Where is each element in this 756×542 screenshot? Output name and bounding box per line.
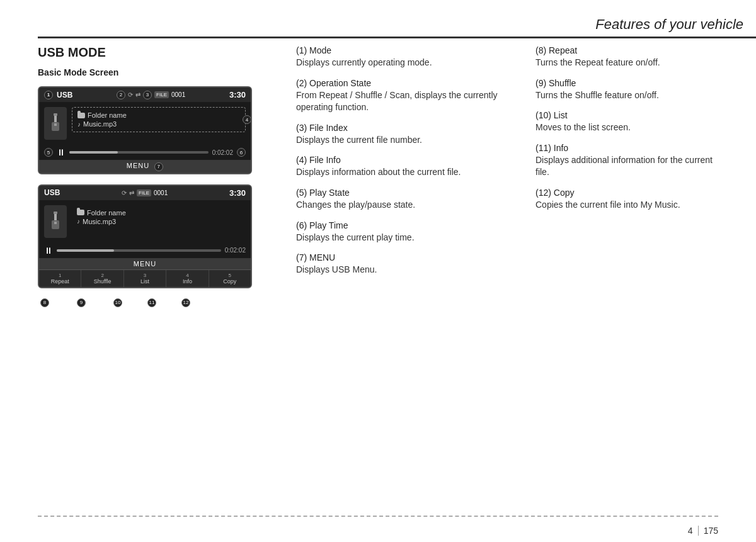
header-title: Features of your vehicle (595, 16, 743, 33)
screen2-center-icons: ⟳ ⇄ FILE 0001 (122, 189, 168, 196)
middle-column: (1) ModeDisplays currently operating mod… (277, 45, 536, 511)
feature-label: (2) Operation State (296, 78, 523, 88)
feature-item: (4) File InfoDisplays information about … (296, 155, 523, 179)
screen1-time: 3:30 (229, 90, 246, 99)
note-icon2: ♪ (77, 218, 80, 225)
file-tag2: FILE (137, 189, 151, 196)
feature-right-item: (11) InfoDisplays additional information… (536, 143, 718, 179)
feature-label: (3) File Index (296, 123, 523, 133)
feature-desc: Turns the Shuffle feature on/off. (536, 89, 718, 102)
label-8-group: 8 (40, 298, 49, 307)
label-9: 9 (77, 298, 86, 307)
screen2-time: 3:30 (229, 188, 246, 198)
label-4: 4 (243, 115, 251, 124)
screen2: USB ⟳ ⇄ FILE 0001 3:30 (38, 184, 252, 288)
label-10-group: 10 (113, 298, 122, 307)
bottom-labels: 8 9 10 11 12 (38, 298, 277, 307)
screen2-menu: MENU (39, 258, 251, 269)
header-line (38, 37, 756, 38)
footer-line (38, 516, 718, 517)
screen1-track-info: Folder name ♪ Music.mp3 4 (72, 107, 246, 132)
features-list: (1) ModeDisplays currently operating mod… (296, 45, 523, 276)
label-12-group: 12 (181, 298, 190, 307)
folder-icon2 (77, 210, 84, 215)
feature-item: (1) ModeDisplays currently operating mod… (296, 45, 523, 69)
label-2: 2 (117, 91, 125, 99)
folder-icon (77, 113, 85, 118)
label-5: 5 (44, 148, 53, 157)
feature-desc: Displays the current play time. (296, 232, 523, 244)
feature-item: (6) Play TimeDisplays the current play t… (296, 220, 523, 244)
shuffle-icon: ⇄ (135, 91, 140, 98)
screen1-center-icons: 2 ⟳ ⇄ 3 FILE 0001 (117, 91, 185, 99)
play-pause-icon2: ⏸ (44, 246, 53, 256)
label-12: 12 (181, 298, 190, 307)
progress-bar2 (57, 249, 221, 252)
feature-label: (9) Shuffle (536, 78, 718, 88)
label-8: 8 (40, 298, 49, 307)
screen2-folder: Folder name (77, 209, 241, 217)
footer-chapter: 4 (688, 526, 693, 536)
feature-label: (11) Info (536, 143, 718, 153)
screen2-progress: ⏸ 0:02:02 (39, 243, 251, 258)
nav-repeat: 1 Repeat (39, 270, 81, 287)
header: Features of your vehicle (504, 0, 756, 37)
feature-label: (12) Copy (536, 188, 718, 198)
label-7: 7 (154, 162, 163, 171)
svg-rect-7 (54, 222, 57, 224)
label-3: 3 (143, 91, 152, 99)
feature-desc: Displays USB Menu. (296, 264, 523, 276)
svg-rect-3 (54, 123, 57, 126)
feature-desc: Moves to the list screen. (536, 121, 718, 134)
progress-fill (69, 151, 118, 154)
note-icon: ♪ (77, 121, 81, 128)
feature-desc: Changes the play/pause state. (296, 199, 523, 212)
screen1-menu: MENU 7 (39, 160, 251, 173)
footer-page: 4 175 (688, 526, 718, 536)
feature-item: (5) Play StateChanges the play/pause sta… (296, 188, 523, 212)
screen2-mode-area: USB (44, 188, 60, 197)
svg-rect-0 (54, 113, 57, 116)
screen2-playtime: 0:02:02 (225, 247, 246, 254)
feature-label: (10) List (536, 110, 718, 120)
screen2-fileindex: 0001 (154, 189, 168, 196)
progress-bar (69, 151, 209, 154)
screen1-folder: Folder name (77, 111, 240, 119)
screen2-song: ♪ Music.mp3 (77, 218, 241, 225)
usb-icon (44, 107, 67, 140)
progress-fill2 (57, 249, 114, 252)
screen2-nav: 1 Repeat 2 Shuffle 3 List 4 Info 5 Cop (39, 269, 251, 287)
feature-desc: Displays the current file number. (296, 134, 523, 147)
label-10: 10 (113, 298, 122, 307)
file-tag: FILE (154, 91, 169, 98)
left-column: USB MODE Basic Mode Screen 1 USB 2 ⟳ ⇄ 3… (38, 45, 277, 511)
nav-list: 3 List (124, 270, 166, 287)
feature-desc: Displays currently operating mode. (296, 57, 523, 69)
nav-info: 4 Info (166, 270, 209, 287)
screen2-track-info: Folder name ♪ Music.mp3 (72, 205, 246, 229)
screen2-mode: USB (44, 188, 60, 197)
play-pause-icon: ⏸ (57, 147, 66, 157)
sub-title: Basic Mode Screen (38, 67, 277, 77)
screen2-body: Folder name ♪ Music.mp3 (39, 200, 251, 243)
screen2-topbar: USB ⟳ ⇄ FILE 0001 3:30 (39, 186, 251, 200)
screen1-fileindex: 0001 (171, 91, 185, 98)
feature-label: (1) Mode (296, 45, 523, 55)
feature-item: (2) Operation StateFrom Repeat / Shuffle… (296, 78, 523, 114)
screen1-body: Folder name ♪ Music.mp3 4 (39, 102, 251, 145)
feature-desc: Copies the current file into My Music. (536, 199, 718, 212)
feature-item: (7) MENUDisplays USB Menu. (296, 252, 523, 276)
screen1: 1 USB 2 ⟳ ⇄ 3 FILE 0001 3:30 (38, 86, 252, 174)
feature-label: (7) MENU (296, 252, 523, 263)
label-11: 11 (147, 298, 156, 307)
screen1-mode-area: 1 USB (44, 91, 72, 99)
footer-pagenum: 175 (704, 526, 718, 536)
repeat-icon: ⟳ (128, 91, 133, 98)
label-6: 6 (237, 148, 246, 157)
feature-label: (4) File Info (296, 155, 523, 165)
nav-copy: 5 Copy (209, 270, 251, 287)
feature-right-item: (10) ListMoves to the list screen. (536, 110, 718, 134)
section-title: USB MODE (38, 45, 277, 60)
feature-label: (5) Play State (296, 188, 523, 198)
feature-desc: Displays information about the current f… (296, 166, 523, 179)
